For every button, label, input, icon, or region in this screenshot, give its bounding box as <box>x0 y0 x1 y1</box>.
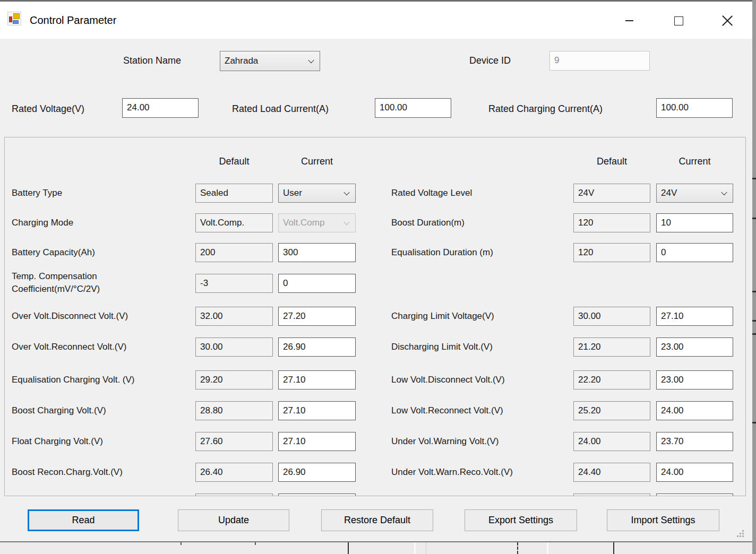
default-value-field: 120 <box>573 213 650 232</box>
clipped-default-field <box>573 494 650 496</box>
minimize-icon <box>625 20 633 21</box>
param-row-low-volt-reconnect: Low Volt.Reconnect Volt.(V) 25.20 24.00 <box>391 401 742 420</box>
combo-value: 24V <box>661 188 677 198</box>
default-value-field: 30.00 <box>573 307 650 326</box>
rated-voltage-level-current-select[interactable]: 24V <box>656 184 733 203</box>
default-value-field: 21.20 <box>573 337 650 357</box>
background-line <box>613 542 614 554</box>
right-current-column-header: Current <box>656 156 733 167</box>
background-scrollbar-tick <box>752 333 756 335</box>
param-row-under-volt-warning-recovery: Under Volt.Warn.Reco.Volt.(V) 24.40 24.0… <box>391 463 742 482</box>
update-button[interactable]: Update <box>178 509 289 531</box>
app-icon <box>7 12 21 25</box>
param-label: Under Volt.Warn.Reco.Volt.(V) <box>391 463 513 482</box>
param-label-line1: Temp. Compensation <box>12 270 100 283</box>
param-row-boost-duration: Boost Duration(m) 120 10 <box>391 213 742 232</box>
default-value-field: 28.80 <box>195 401 273 420</box>
chevron-down-icon <box>721 189 727 195</box>
close-icon <box>722 15 733 26</box>
current-value-input[interactable]: 27.10 <box>278 370 356 389</box>
param-label: Under Vol.Warning Volt.(V) <box>391 432 499 451</box>
export-settings-button[interactable]: Export Settings <box>465 509 577 531</box>
app-icon-red-square <box>9 16 12 22</box>
param-label: Battery Type <box>12 184 62 203</box>
param-label: Float Charging Volt.(V) <box>12 432 103 451</box>
device-id-label: Device ID <box>469 50 511 71</box>
rated-load-current-label: Rated Load Current(A) <box>232 99 329 119</box>
current-value-input[interactable]: 23.70 <box>656 432 733 451</box>
default-value-field: 24V <box>573 184 650 203</box>
rated-load-current-input[interactable]: 100.00 <box>375 98 451 118</box>
read-button[interactable]: Read <box>28 509 139 531</box>
station-name-select[interactable]: Zahrada <box>220 51 320 71</box>
param-label-line2: Coefficient(mV/°C/2V) <box>12 283 100 296</box>
background-line <box>181 542 182 545</box>
default-value-field: Volt.Comp. <box>195 213 273 232</box>
current-value-input[interactable]: 24.00 <box>656 401 733 420</box>
default-value-field: 120 <box>573 243 650 262</box>
current-value-input[interactable]: 26.90 <box>278 463 356 482</box>
current-value-input[interactable]: 0 <box>656 243 733 262</box>
rated-voltage-input[interactable]: 24.00 <box>122 98 199 118</box>
param-row-equalisation-duration: Equalisation Duration (m) 120 0 <box>391 243 742 262</box>
param-label: Boost Recon.Charg.Volt.(V) <box>12 463 123 482</box>
param-label: Discharging Limit Volt.(V) <box>391 337 493 357</box>
window-right-border <box>752 0 756 554</box>
current-value-input[interactable]: 27.20 <box>278 307 356 326</box>
current-value-input[interactable]: 26.90 <box>278 337 356 357</box>
close-button[interactable] <box>714 8 741 33</box>
resize-grip-icon[interactable] <box>742 535 744 537</box>
app-icon-gold-square <box>13 13 20 19</box>
current-value-input[interactable]: 27.10 <box>656 307 733 326</box>
param-row-rated-voltage-level: Rated Voltage Level 24V 24V <box>391 184 742 203</box>
background-scrollbar-tick <box>752 218 756 219</box>
rated-charging-current-input[interactable]: 100.00 <box>656 98 733 118</box>
background-line <box>255 542 256 545</box>
current-value-input[interactable]: 23.00 <box>656 370 733 389</box>
default-value-field: 200 <box>195 243 273 262</box>
current-value-input[interactable]: 0 <box>278 274 356 293</box>
current-value-input[interactable]: 10 <box>656 213 733 232</box>
background-line <box>547 542 548 554</box>
current-value-input[interactable]: 24.00 <box>656 463 733 482</box>
param-label: Over Volt.Disconnect Volt.(V) <box>12 307 128 326</box>
param-row-low-volt-disconnect: Low Volt.Disconnect Volt.(V) 22.20 23.00 <box>391 370 742 389</box>
param-row-float-charging: Float Charging Volt.(V) 27.60 27.10 <box>12 432 362 451</box>
window-title: Control Parameter <box>30 2 116 39</box>
control-parameter-window: Control Parameter Station Name Zahrada D… <box>0 0 756 554</box>
combo-value: User <box>283 188 302 198</box>
param-row-boost-reconnect-charging: Boost Recon.Charg.Volt.(V) 26.40 26.90 <box>12 463 362 482</box>
param-label: Temp. Compensation Coefficient(mV/°C/2V) <box>12 270 100 296</box>
clipped-default-field <box>195 494 273 496</box>
param-label: Over Volt.Reconnect Volt.(V) <box>12 337 126 357</box>
default-value-field: 24.40 <box>573 463 650 482</box>
current-value-input[interactable]: 27.10 <box>278 401 356 420</box>
param-label: Boost Duration(m) <box>391 213 465 232</box>
chevron-down-icon <box>343 189 349 195</box>
param-label: Equalisation Duration (m) <box>391 243 493 262</box>
param-row-equalisation-charging: Equalisation Charging Volt. (V) 29.20 27… <box>12 370 362 389</box>
chevron-down-icon <box>343 219 349 225</box>
default-value-field: 32.00 <box>195 307 273 326</box>
param-row-charging-mode: Charging Mode Volt.Comp. Volt.Comp <box>12 213 362 232</box>
background-dashed-line <box>517 542 518 554</box>
param-row-over-volt-disconnect: Over Volt.Disconnect Volt.(V) 32.00 27.2… <box>12 307 362 326</box>
current-value-input[interactable]: 23.00 <box>656 337 733 357</box>
charging-mode-current-select: Volt.Comp <box>278 213 356 232</box>
maximize-button[interactable] <box>665 8 692 33</box>
current-value-input[interactable]: 27.10 <box>278 432 356 451</box>
param-label: Charging Limit Voltage(V) <box>391 307 494 326</box>
param-row-temp-compensation: Temp. Compensation Coefficient(mV/°C/2V)… <box>12 274 362 293</box>
battery-type-current-select[interactable]: User <box>278 184 356 203</box>
current-value-input[interactable]: 300 <box>278 243 356 262</box>
left-default-column-header: Default <box>195 156 273 167</box>
background-scrollbar-tick <box>752 178 756 179</box>
default-value-field: 22.20 <box>573 370 650 389</box>
import-settings-button[interactable]: Import Settings <box>607 509 719 531</box>
minimize-button[interactable] <box>616 8 642 33</box>
clipped-current-field <box>656 494 733 496</box>
background-scrollbar-tick <box>752 291 756 292</box>
param-row-boost-charging: Boost Charging Volt.(V) 28.80 27.10 <box>12 401 362 420</box>
param-label: Boost Charging Volt.(V) <box>12 401 106 420</box>
restore-default-button[interactable]: Restore Default <box>321 509 433 531</box>
